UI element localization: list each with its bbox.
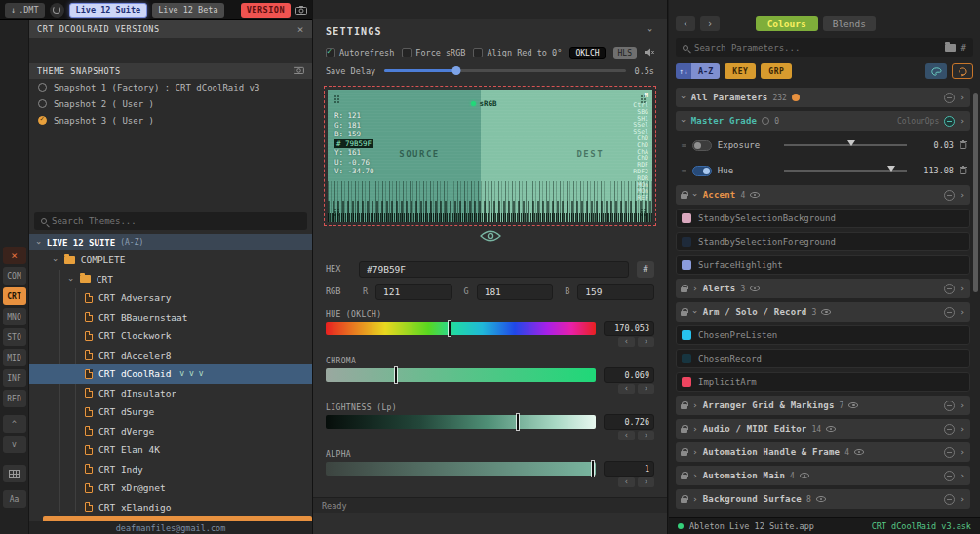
- exposure-value[interactable]: 0.03: [913, 140, 954, 150]
- live-12-suite-button[interactable]: Live 12 Suite: [69, 3, 148, 18]
- strip-down-button[interactable]: v: [3, 436, 26, 453]
- eye-icon[interactable]: [854, 449, 864, 455]
- hash-button[interactable]: #: [637, 261, 654, 278]
- camera-icon[interactable]: [295, 6, 307, 15]
- colour-swatch[interactable]: [682, 354, 691, 363]
- parameter-search-input[interactable]: [694, 43, 939, 53]
- autorefresh-checkbox[interactable]: Autorefresh: [326, 48, 394, 57]
- drag-handle-icon[interactable]: [641, 95, 643, 97]
- hue-slider[interactable]: [326, 322, 596, 335]
- radio-selected-icon[interactable]: [38, 116, 47, 125]
- refresh-colours-button[interactable]: [952, 63, 973, 79]
- exposure-toggle[interactable]: [692, 140, 712, 151]
- slider-marker[interactable]: [395, 367, 397, 383]
- refresh-button[interactable]: [50, 3, 64, 18]
- nav-back-button[interactable]: ‹: [676, 16, 695, 31]
- minus-circle-icon[interactable]: [944, 400, 955, 411]
- minus-circle-icon[interactable]: [944, 424, 955, 435]
- scrollbar[interactable]: [973, 93, 978, 292]
- theme-file-row-partial[interactable]: [43, 516, 312, 521]
- eye-icon[interactable]: [821, 309, 831, 315]
- chevron-right-icon[interactable]: ›: [960, 471, 965, 480]
- chevron-right-icon[interactable]: ›: [960, 447, 965, 457]
- settings-header[interactable]: SETTINGS ›: [313, 19, 667, 43]
- parameter-row[interactable]: StandbySelectionBackground: [676, 209, 970, 228]
- slider-thumb[interactable]: [452, 66, 461, 75]
- drag-handle-icon[interactable]: [334, 209, 336, 210]
- theme-file-row[interactable]: CRT Clockwork: [29, 326, 312, 346]
- decrement-button[interactable]: ‹: [618, 384, 635, 394]
- dmt-button[interactable]: ↓ .DMT: [5, 3, 45, 18]
- mute-icon[interactable]: [645, 48, 654, 58]
- parameter-search[interactable]: #: [676, 38, 973, 57]
- colour-swatch[interactable]: [682, 377, 691, 387]
- g-input[interactable]: [477, 284, 554, 300]
- minus-circle-icon[interactable]: [944, 494, 955, 505]
- save-delay-slider[interactable]: [384, 69, 625, 72]
- alpha-value[interactable]: 1: [604, 461, 654, 477]
- colour-preview[interactable]: R: 121 G: 181 B: 159 # 79B59F Y: 161 U: …: [328, 90, 652, 222]
- increment-button[interactable]: ›: [638, 477, 654, 487]
- grip-icon[interactable]: ≡: [682, 141, 686, 150]
- group-collapsed[interactable]: › Automation Handle & Frame 4 ›: [676, 442, 970, 462]
- eye-icon[interactable]: [816, 496, 826, 502]
- eye-icon[interactable]: [826, 426, 836, 432]
- eye-icon[interactable]: [750, 286, 760, 291]
- sort-button[interactable]: ↑↓ A-Z: [676, 63, 720, 79]
- colour-swatch[interactable]: [682, 237, 691, 247]
- hex-input[interactable]: [359, 261, 629, 278]
- drag-handle-icon[interactable]: [334, 95, 336, 97]
- r-input[interactable]: [375, 284, 452, 300]
- theme-file-row[interactable]: CRT Elan 4K: [29, 440, 312, 460]
- strip-fonts-button[interactable]: Aa: [3, 490, 26, 508]
- slider-marker[interactable]: [517, 414, 519, 430]
- hue-grade-slider[interactable]: [784, 170, 907, 172]
- theme-file-row-selected[interactable]: CRT dCoolRaid v v v: [29, 364, 312, 384]
- palette-button[interactable]: [925, 63, 947, 79]
- tab-blends[interactable]: Blends: [823, 16, 876, 31]
- group-arm-solo-record[interactable]: › Arm / Solo / Record 3 ›: [676, 302, 970, 322]
- group-collapsed[interactable]: › Arranger Grid & Markings 7 ›: [676, 396, 970, 415]
- strip-up-button[interactable]: ^: [3, 415, 26, 433]
- minus-circle-icon[interactable]: [944, 284, 955, 294]
- group-collapsed[interactable]: › Automation Main 4 ›: [676, 466, 970, 485]
- minus-circle-icon[interactable]: [944, 471, 955, 481]
- increment-button[interactable]: ›: [638, 431, 654, 440]
- theme-search[interactable]: [34, 212, 307, 230]
- group-accent[interactable]: › Accent 4 ›: [676, 185, 970, 205]
- group-all-parameters[interactable]: › All Parameters 232 ›: [676, 88, 970, 107]
- grip-icon[interactable]: ≡: [682, 167, 686, 175]
- tree-folder-crt[interactable]: › CRT: [29, 270, 312, 289]
- parameter-row[interactable]: ImplicitArm: [676, 372, 970, 392]
- snapshot-camera-icon[interactable]: [294, 66, 304, 76]
- parameter-row[interactable]: ChosenRecord: [676, 349, 970, 368]
- slider-marker[interactable]: [887, 166, 895, 172]
- strip-close-button[interactable]: ×: [3, 247, 26, 264]
- slider-marker[interactable]: [592, 461, 594, 477]
- theme-file-row[interactable]: CRT dSurge: [29, 402, 312, 422]
- theme-file-row[interactable]: CRT dVerge: [29, 422, 312, 441]
- chevron-right-icon[interactable]: ›: [960, 93, 965, 102]
- group-collapsed[interactable]: › Background Surface 8 ›: [676, 489, 970, 509]
- snapshot-row[interactable]: Snapshot 2 ( User ): [29, 95, 312, 112]
- tab-colours[interactable]: Colours: [756, 16, 818, 31]
- parameter-row[interactable]: StandbySelectionForeground: [676, 232, 970, 251]
- strip-tag-mno[interactable]: MNO: [3, 308, 26, 325]
- tree-folder-complete[interactable]: › COMPLETE: [29, 250, 312, 270]
- chevron-right-icon[interactable]: ›: [960, 424, 965, 434]
- slider-marker[interactable]: [847, 140, 855, 146]
- hue-value[interactable]: 170.053: [604, 321, 654, 336]
- hue-grade-value[interactable]: 113.08: [913, 166, 954, 175]
- exposure-slider[interactable]: [784, 144, 907, 146]
- drag-handle-icon[interactable]: [641, 209, 643, 210]
- slider-marker[interactable]: [449, 321, 451, 336]
- b-input[interactable]: [577, 284, 654, 300]
- eye-icon[interactable]: [480, 230, 501, 244]
- decrement-button[interactable]: ‹: [618, 337, 635, 347]
- minus-circle-icon[interactable]: [944, 307, 955, 318]
- minus-circle-icon[interactable]: [944, 190, 955, 201]
- nav-forward-button[interactable]: ›: [700, 16, 720, 31]
- hue-toggle[interactable]: [692, 166, 712, 176]
- alpha-slider[interactable]: [326, 462, 596, 476]
- eye-icon[interactable]: [800, 473, 809, 478]
